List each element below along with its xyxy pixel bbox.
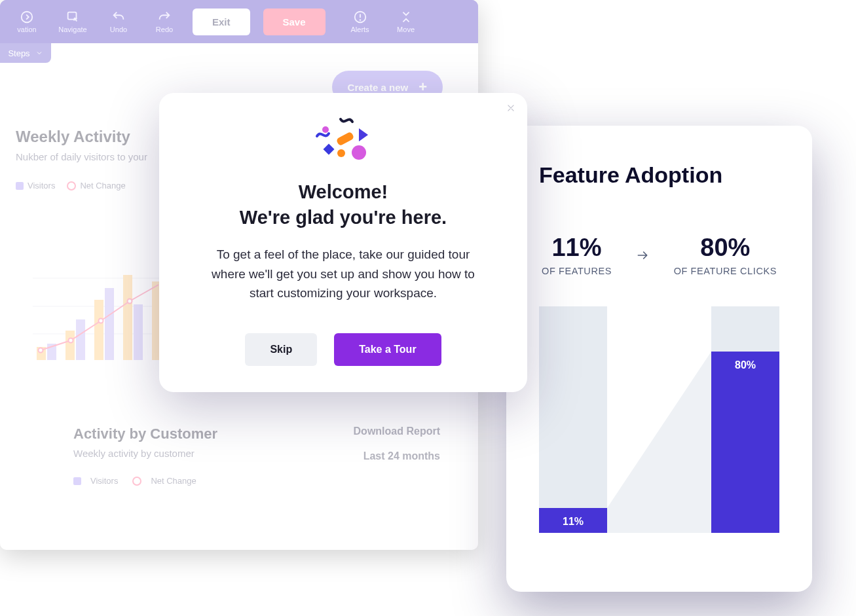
bar-right-label: 80% [735, 359, 756, 371]
svg-point-20 [128, 299, 132, 304]
chevron-down-icon [35, 49, 43, 57]
move-icon [399, 10, 413, 24]
feature-adoption-card: Feature Adoption 11% OF FEATURES 80% OF … [506, 126, 812, 592]
feature-stats-row: 11% OF FEATURES 80% OF FEATURE CLICKS [539, 234, 779, 276]
welcome-modal: Welcome! We're glad you're here. To get … [159, 93, 527, 392]
ring-icon [132, 477, 141, 486]
toolbar-label: vation [17, 26, 36, 33]
bar-right: 80% [711, 306, 779, 533]
svg-rect-24 [324, 144, 335, 155]
save-button[interactable]: Save [263, 9, 326, 35]
alert-circle-icon [353, 10, 367, 24]
cursor-square-icon [65, 10, 80, 24]
exit-button[interactable]: Exit [193, 9, 250, 35]
arrow-right-icon [636, 249, 649, 262]
svg-rect-9 [65, 331, 75, 360]
modal-title-line2: We're glad you're here. [240, 207, 447, 228]
download-report-link[interactable]: Download Report [354, 426, 440, 437]
swatch-icon [16, 182, 24, 190]
close-icon [506, 103, 515, 113]
toolbar-label: Navigate [58, 26, 86, 33]
range-select[interactable]: Last 24 months [354, 450, 440, 462]
stat-left: 11% OF FEATURES [542, 234, 612, 276]
customer-legend: Visitors Net Change [73, 476, 217, 486]
toolbar-item-move[interactable]: Move [383, 10, 429, 33]
svg-point-19 [99, 319, 103, 323]
steps-label: Steps [8, 48, 29, 58]
svg-rect-21 [336, 132, 355, 147]
svg-point-18 [69, 338, 73, 343]
svg-point-25 [322, 126, 329, 133]
bar-right-fill: 80% [711, 352, 779, 533]
modal-headline: Welcome! We're glad you're here. [185, 179, 501, 230]
redo-icon [157, 10, 172, 24]
weekly-legend: Visitors Net Change [16, 181, 147, 190]
legend-a-label: Visitors [90, 476, 118, 486]
stat-left-label: OF FEATURES [542, 266, 612, 276]
close-button[interactable] [506, 102, 515, 116]
customer-title: Activity by Customer [73, 426, 217, 443]
svg-rect-13 [123, 275, 132, 360]
weekly-activity-title: Weekly Activity [16, 128, 147, 146]
stat-right: 80% OF FEATURE CLICKS [674, 234, 777, 276]
legend-b-label: Net Change [151, 476, 196, 486]
svg-rect-14 [134, 304, 143, 360]
toolbar-item-navigate[interactable]: Navigate [50, 10, 96, 33]
weekly-activity-section: Weekly Activity Nukber of daily visitors… [16, 128, 147, 190]
toolbar-label: Alerts [351, 26, 369, 33]
customer-activity-section: Activity by Customer Weekly activity by … [73, 426, 440, 486]
feature-adoption-chart: 11% 80% [539, 306, 779, 533]
svg-rect-12 [105, 288, 114, 360]
plus-icon: + [419, 80, 427, 94]
svg-rect-11 [94, 300, 103, 360]
weekly-activity-subtitle: Nukber of daily visitors to your [16, 151, 147, 162]
svg-point-22 [337, 149, 345, 157]
arrow-right-circle-icon [20, 10, 34, 24]
stat-right-value: 80% [674, 234, 777, 262]
ring-icon [67, 181, 76, 190]
legend-a-label: Visitors [28, 181, 55, 190]
stat-right-label: OF FEATURE CLICKS [674, 266, 777, 276]
toolbar-label: Undo [110, 26, 127, 33]
bar-left-fill: 11% [539, 508, 607, 533]
svg-point-3 [360, 20, 360, 20]
svg-point-17 [39, 348, 43, 353]
steps-tab[interactable]: Steps [0, 43, 51, 63]
save-label: Save [283, 16, 306, 27]
toolbar: vation Navigate Undo Redo Exit Save Aler… [0, 0, 478, 43]
swatch-icon [73, 477, 81, 485]
modal-body: To get a feel of the place, take our gui… [202, 245, 484, 302]
modal-title-line1: Welcome! [299, 181, 388, 202]
create-new-label: Create a new [348, 82, 409, 93]
toolbar-label: Redo [156, 26, 173, 33]
toolbar-item-redo[interactable]: Redo [141, 10, 187, 33]
legend-b-label: Net Change [80, 181, 125, 190]
skip-button[interactable]: Skip [245, 333, 317, 366]
customer-subtitle: Weekly activity by customer [73, 448, 217, 459]
stat-left-value: 11% [542, 234, 612, 262]
svg-point-0 [22, 12, 33, 23]
skip-label: Skip [270, 344, 292, 355]
toolbar-item-activation[interactable]: vation [4, 10, 50, 33]
toolbar-label: Move [397, 26, 415, 33]
toolbar-item-alerts[interactable]: Alerts [337, 10, 383, 33]
feature-title: Feature Adoption [539, 162, 779, 188]
weekly-mini-chart [33, 249, 177, 360]
svg-rect-10 [76, 319, 85, 360]
bar-left: 11% [539, 306, 607, 533]
exit-label: Exit [212, 16, 231, 27]
svg-marker-26 [607, 352, 711, 533]
legend-item-visitors: Visitors [16, 181, 55, 190]
legend-item-netchange: Net Change [67, 181, 125, 190]
svg-point-23 [352, 145, 366, 160]
undo-icon [111, 10, 126, 24]
tour-label: Take a Tour [359, 344, 416, 355]
take-tour-button[interactable]: Take a Tour [334, 333, 441, 366]
bar-left-label: 11% [563, 516, 584, 528]
toolbar-item-undo[interactable]: Undo [96, 10, 141, 33]
confetti-icon [310, 117, 376, 166]
